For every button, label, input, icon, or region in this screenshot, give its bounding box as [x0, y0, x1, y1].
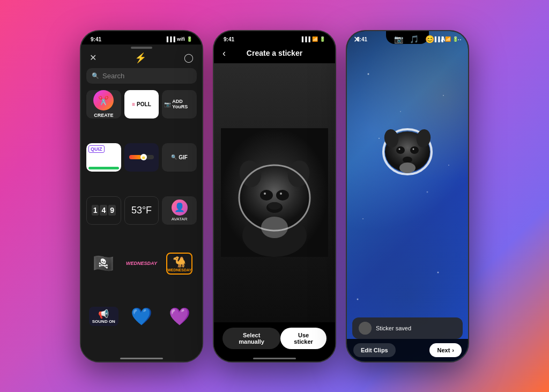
phone2-header: ‹ Create a sticker [214, 45, 335, 63]
avatar-label: AVATAR [172, 217, 188, 221]
quiz-label: QUIZ [88, 145, 105, 153]
bg-overlay-svg [347, 31, 468, 361]
wifi-icon-2: 📶 [312, 36, 318, 42]
status-icons-3: ▐▐▐ 📶 🔋 [433, 36, 458, 42]
countdown-4: 4 [100, 205, 107, 216]
battery-icon-1: 🔋 [187, 36, 192, 42]
pirate-emoji: 🏴‍☠️ [93, 253, 114, 273]
time-3: 9:41 [357, 36, 367, 42]
slider-thumb: 🌟 [140, 154, 147, 160]
status-icons-2: ▐▐▐ 📶 🔋 [300, 36, 325, 42]
svg-point-27 [410, 146, 419, 154]
wifi-icon-1: wifi [177, 36, 185, 42]
notif-text: Sticker saved [376, 325, 456, 331]
dog-sticker-3[interactable] [378, 117, 437, 176]
search-icon: 🔍 [92, 72, 99, 79]
sticker-saved-notification: Sticker saved [352, 317, 463, 339]
phone2-bottom: Select manually Use sticker [214, 322, 335, 354]
phone-3: 9:41 ▐▐▐ 📶 🔋 ✕ 📷 🎵 😊 [346, 30, 469, 363]
svg-point-8 [280, 193, 282, 195]
svg-point-13 [368, 73, 369, 75]
temp-label: 53°F [131, 205, 152, 216]
countdown-1: 1 [92, 205, 99, 216]
close-icon-1[interactable]: ✕ [90, 53, 97, 63]
select-manually-button[interactable]: Select manually [222, 328, 280, 349]
svg-point-32 [359, 322, 372, 335]
gif-search-icon: 🔍 [171, 154, 177, 160]
phone1-header: ✕ ⚡ ◯ [81, 49, 202, 68]
sticker-countdown[interactable]: 1 4 9 [86, 196, 121, 225]
phone-2: 9:41 ▐▐▐ 📶 🔋 ‹ Create a sticker [213, 30, 336, 363]
status-bar-3: 9:41 ▐▐▐ 📶 🔋 [347, 32, 468, 45]
svg-point-28 [399, 149, 400, 150]
notif-avatar [359, 322, 372, 335]
sticker-sound-on[interactable]: 📢 SOUND ON [86, 302, 121, 331]
phone-notch-2 [253, 31, 296, 44]
svg-point-29 [413, 149, 414, 150]
sticker-wednesday[interactable]: WEDNESDAY [124, 249, 159, 278]
wednesday-label: WEDNESDAY [126, 261, 157, 266]
search-bar[interactable]: 🔍 Search [86, 68, 197, 84]
quiz-bar [88, 167, 119, 169]
sticker-slider[interactable]: 🌟 [124, 143, 159, 172]
sound-icon-sym: 📢 [98, 309, 109, 319]
time-1: 9:41 [91, 36, 101, 42]
svg-point-26 [396, 146, 405, 154]
sticker-gif[interactable]: 🔍 GIF [162, 143, 197, 172]
slider-track: 🌟 [129, 155, 153, 159]
sticker-heart-purple[interactable]: 💜 [162, 302, 197, 331]
sticker-poll[interactable]: ≡ POLL [124, 90, 159, 119]
back-arrow-icon[interactable]: ‹ [222, 48, 226, 59]
avatar-face: 👤 [172, 199, 188, 216]
signal-icon-3: ▐▐▐ [433, 36, 443, 42]
home-indicator-2 [253, 358, 296, 359]
use-sticker-button[interactable]: Use sticker [280, 328, 327, 349]
sticker-camel[interactable]: 🐪 WEDNESDAY [162, 249, 197, 278]
svg-point-5 [260, 190, 273, 201]
create-label: CREATE [94, 113, 113, 118]
add-yours-icon: 📷 [164, 101, 170, 107]
sticker-temp[interactable]: 53°F [124, 196, 159, 225]
sticker-pirate[interactable]: 🏴‍☠️ [86, 249, 121, 278]
bolt-icon-1: ⚡ [135, 52, 146, 64]
poll-label: POLL [137, 101, 151, 107]
sound-sticker: 📢 SOUND ON [89, 307, 118, 326]
svg-point-16 [427, 191, 428, 193]
search-placeholder: Search [102, 72, 124, 80]
sound-icon-1[interactable]: ◯ [184, 53, 194, 63]
svg-point-17 [362, 218, 363, 219]
svg-point-19 [400, 111, 401, 112]
phone2-content: ‹ Create a sticker [214, 45, 335, 361]
camel-emoji: 🐪 [173, 255, 186, 268]
battery-icon-2: 🔋 [320, 36, 325, 42]
sticker-heart-blue[interactable]: 💙 [124, 302, 159, 331]
signal-icon-1: ▐▐▐ [165, 36, 175, 42]
phone-notch-1 [120, 31, 163, 44]
svg-point-30 [403, 157, 412, 163]
sticker-grid: ✂️ CREATE ≡ POLL 📷 ADD YouRS QUIZ [81, 88, 202, 354]
countdown-9: 9 [108, 205, 116, 216]
wed-sticker-text: WEDNESDAY [167, 268, 191, 272]
phone-1: 9:41 ▐▐▐ wifi 🔋 ✕ ⚡ ◯ 🔍 Search ✂️ CREATE… [80, 30, 203, 363]
heart-purple-emoji: 💜 [169, 306, 190, 327]
svg-point-7 [264, 193, 266, 195]
next-button[interactable]: Next › [429, 343, 462, 357]
next-label: Next [437, 347, 450, 353]
dog-photo [214, 63, 335, 322]
sticker-avatar[interactable]: 👤 AVATAR [162, 196, 197, 225]
home-indicator-1 [120, 358, 163, 359]
sticker-wednesday-box: 🐪 WEDNESDAY [166, 253, 192, 275]
sticker-create[interactable]: ✂️ CREATE [86, 90, 121, 119]
svg-point-18 [437, 271, 439, 273]
dog-svg [221, 128, 328, 257]
poll-icon: ≡ [132, 101, 135, 107]
sticker-quiz[interactable]: QUIZ [86, 143, 121, 172]
phone3-content: ✕ 📷 🎵 😊 Aa ··· [347, 31, 468, 361]
edit-clips-button[interactable]: Edit Clips [353, 343, 396, 357]
sticker-add-yours[interactable]: 📷 ADD YouRS [162, 90, 197, 119]
phone3-bottom: Edit Clips Next › [347, 339, 468, 361]
sound-text: SOUND ON [92, 319, 115, 324]
phone2-title: Create a sticker [247, 49, 302, 57]
svg-point-14 [443, 95, 444, 96]
battery-icon-3: 🔋 [452, 36, 458, 42]
